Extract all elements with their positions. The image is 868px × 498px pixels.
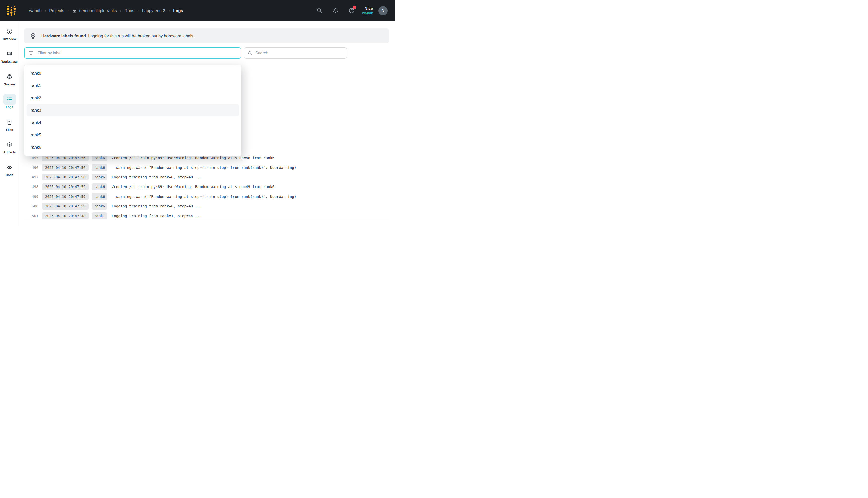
log-line-number: 500 [24, 204, 38, 208]
sidebar-item-logs[interactable]: Logs [0, 94, 19, 112]
user-menu[interactable]: Nico wandb [362, 6, 373, 15]
breadcrumb-separator: › [169, 9, 170, 13]
sidebar-item-system[interactable]: System [0, 71, 19, 89]
breadcrumb-separator: › [45, 9, 46, 13]
topbar-actions: Nico wandb N [306, 6, 388, 15]
sidebar-item-files[interactable]: Files [0, 116, 19, 134]
log-label-chip: rank6 [92, 203, 107, 210]
avatar[interactable]: N [378, 6, 388, 15]
dropdown-option-rank6[interactable]: rank6 [27, 141, 239, 154]
breadcrumb: wandb › Projects › demo-multiple-ranks ›… [29, 8, 183, 13]
code-brackets-icon [3, 162, 16, 173]
dropdown-option-rank0[interactable]: rank0 [27, 67, 239, 79]
log-label-chip: rank6 [92, 193, 107, 200]
log-message: warnings.warn(f"Random warning at step={… [112, 195, 296, 199]
log-label-chip: rank6 [92, 183, 107, 190]
log-row[interactable]: 496 2025-04-10 20:47:56 rank6 warnings.w… [24, 162, 389, 172]
log-row[interactable]: 500 2025-04-10 20:47:59 rank6 Logging tr… [24, 201, 389, 211]
sidebar-item-workspace[interactable]: Workspace [0, 48, 19, 67]
log-label-chip: rank1 [92, 212, 107, 219]
search-icon [247, 51, 253, 56]
top-bar: wandb › Projects › demo-multiple-ranks ›… [0, 0, 395, 21]
log-line-number: 499 [24, 195, 38, 199]
log-message: Logging training from rank=1, step=44 ..… [112, 214, 202, 218]
log-label-chip: rank6 [92, 174, 107, 181]
user-org: wandb [362, 11, 373, 15]
search-icon[interactable] [316, 8, 322, 14]
log-timestamp-chip: 2025-04-10 20:47:56 [42, 174, 89, 181]
unlocked-padlock-icon [72, 8, 77, 13]
breadcrumb-separator: › [120, 9, 121, 13]
log-message: warnings.warn(f"Random warning at step={… [112, 166, 296, 170]
dropdown-option-rank1[interactable]: rank1 [27, 79, 239, 92]
breadcrumb-separator: › [137, 9, 139, 13]
notifications-bell-icon[interactable] [333, 8, 339, 14]
banner-message: Hardware labels found. Logging for this … [41, 34, 194, 38]
log-label-chip: rank6 [92, 164, 107, 171]
log-line-number: 495 [24, 156, 38, 160]
hardware-labels-banner: Hardware labels found. Logging for this … [24, 28, 389, 43]
log-line-number: 501 [24, 214, 38, 218]
log-search-box [244, 48, 347, 59]
user-name: Nico [362, 6, 373, 11]
log-timestamp-chip: 2025-04-10 20:47:48 [42, 212, 89, 219]
lightbulb-icon [30, 32, 37, 39]
help-button[interactable] [349, 8, 355, 14]
log-message: Logging training from rank=6, step=49 ..… [112, 204, 202, 208]
log-row[interactable]: 499 2025-04-10 20:47:59 rank6 warnings.w… [24, 192, 389, 201]
help-notification-dot [353, 5, 356, 9]
log-timestamp-chip: 2025-04-10 20:47:56 [42, 164, 89, 171]
log-row[interactable]: 501 2025-04-10 20:47:48 rank1 Logging tr… [24, 211, 389, 219]
log-line-number: 496 [24, 166, 38, 170]
log-message: /content/ai_train.py:89: UserWarning: Ra… [112, 185, 274, 189]
log-message: Logging training from rank=6, step=48 ..… [112, 175, 202, 179]
list-lines-icon [3, 94, 16, 105]
log-row[interactable]: 498 2025-04-10 20:47:59 rank6 /content/a… [24, 182, 389, 192]
dropdown-option-rank2[interactable]: rank2 [27, 92, 239, 104]
wandb-logo-icon[interactable] [7, 4, 16, 17]
log-message: /content/ai_train.py:89: UserWarning: Ra… [112, 156, 274, 160]
log-search-input[interactable] [255, 51, 343, 55]
filter-by-label-box [24, 48, 241, 59]
document-icon [3, 116, 16, 128]
log-controls [24, 48, 389, 59]
breadcrumb-entity[interactable]: wandb [29, 8, 42, 13]
run-sidebar: Overview Workspace [0, 21, 19, 226]
breadcrumb-runs[interactable]: Runs [125, 8, 135, 13]
sidebar-item-overview[interactable]: Overview [0, 26, 19, 44]
breadcrumb-project[interactable]: demo-multiple-ranks [79, 8, 117, 13]
sidebar-item-code[interactable]: Code [0, 162, 19, 180]
breadcrumb-separator: › [68, 9, 69, 13]
info-circle-icon [3, 26, 16, 37]
log-output-panel[interactable]: 495 2025-04-10 20:47:56 rank6 /content/a… [24, 153, 389, 219]
cpu-chip-icon [3, 71, 16, 82]
breadcrumb-run-name[interactable]: happy-eon-3 [142, 8, 165, 13]
log-row[interactable]: 497 2025-04-10 20:47:56 rank6 Logging tr… [24, 172, 389, 182]
log-line-number: 497 [24, 175, 38, 179]
dropdown-option-rank5[interactable]: rank5 [27, 129, 239, 141]
breadcrumb-logs-current[interactable]: Logs [173, 8, 183, 13]
log-timestamp-chip: 2025-04-10 20:47:59 [42, 183, 89, 190]
sidebar-item-artifacts[interactable]: Artifacts [0, 139, 19, 157]
workspace-board-icon [3, 48, 16, 60]
banner-title: Hardware labels found. [41, 34, 87, 38]
filter-by-label-input[interactable] [38, 51, 237, 55]
breadcrumb-projects[interactable]: Projects [49, 8, 64, 13]
layers-icon [3, 139, 16, 150]
dropdown-option-rank3[interactable]: rank3 [27, 104, 239, 116]
log-line-number: 498 [24, 185, 38, 189]
dropdown-option-rank4[interactable]: rank4 [27, 116, 239, 129]
log-timestamp-chip: 2025-04-10 20:47:59 [42, 193, 89, 200]
label-filter-dropdown: rank0 rank1 rank2 rank3 rank4 rank5 rank… [24, 65, 241, 156]
filter-lines-icon [28, 50, 34, 56]
logs-main-content: Hardware labels found. Logging for this … [19, 21, 395, 226]
wandb-run-logs-page: wandb › Projects › demo-multiple-ranks ›… [0, 0, 395, 226]
banner-body: Logging for this run will be broken out … [88, 34, 194, 38]
log-timestamp-chip: 2025-04-10 20:47:59 [42, 203, 89, 210]
